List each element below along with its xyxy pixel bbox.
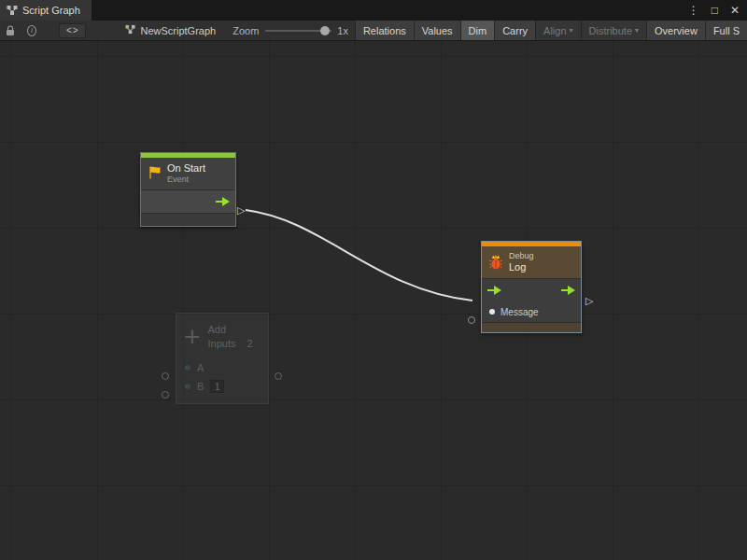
- control-output-port[interactable]: [560, 285, 576, 298]
- toolbar-button-carry[interactable]: Carry: [494, 21, 535, 41]
- graph-toolbar: i <> NewScriptGraph Zoom 1x Relations Va…: [0, 21, 747, 41]
- node-category: Debug: [509, 251, 534, 261]
- tab-label: Script Graph: [22, 5, 80, 16]
- node-title: Log: [509, 261, 534, 273]
- toolbar-button-values[interactable]: Values: [414, 21, 460, 41]
- input-label: A: [197, 362, 204, 373]
- ghost-title-line1: Add: [208, 323, 253, 337]
- ghost-port-circle: [275, 372, 282, 380]
- value-input-port[interactable]: [489, 309, 495, 315]
- chevron-down-icon: ▾: [635, 26, 639, 35]
- zoom-slider-knob[interactable]: [320, 26, 330, 35]
- toolbar-button-row: Relations Values Dim Carry Align▾ Distri…: [355, 21, 747, 41]
- bug-icon: [488, 254, 503, 272]
- toolbar-button-fullscreen[interactable]: Full S: [705, 21, 747, 41]
- graph-name-group[interactable]: NewScriptGraph: [125, 24, 216, 36]
- control-input-port[interactable]: [486, 285, 502, 298]
- value-port-dot: [185, 384, 190, 389]
- plus-icon: +: [184, 324, 201, 350]
- node-footer: [141, 213, 235, 226]
- input-value-field: 1: [210, 380, 224, 393]
- input-row-b: B 1: [176, 377, 268, 396]
- close-icon[interactable]: ✕: [730, 0, 740, 21]
- node-add-inputs-ghost: + Add Inputs2 A B 1: [176, 313, 269, 404]
- code-view-button[interactable]: <>: [59, 23, 86, 38]
- window-menu-icon[interactable]: ⋮: [688, 0, 699, 21]
- wire-start-triangle-icon[interactable]: ▷: [237, 204, 245, 216]
- toolbar-button-overview[interactable]: Overview: [646, 21, 705, 41]
- input-count: 2: [247, 338, 253, 349]
- flag-icon: [148, 165, 162, 182]
- zoom-label: Zoom: [233, 25, 259, 36]
- ghost-port-circle: [162, 391, 169, 399]
- ghost-title-line2: Inputs: [208, 338, 236, 349]
- graph-icon: [7, 5, 18, 16]
- wire-end-triangle-icon[interactable]: ▷: [585, 295, 593, 306]
- graph-canvas[interactable]: On Start Event ▷ ▷: [0, 41, 747, 560]
- toolbar-button-relations[interactable]: Relations: [355, 21, 414, 41]
- control-output-port[interactable]: [215, 196, 231, 209]
- info-icon[interactable]: i: [27, 25, 36, 36]
- ghost-port-circle: [162, 372, 169, 380]
- toolbar-button-dim[interactable]: Dim: [460, 21, 495, 41]
- graph-name-label: NewScriptGraph: [140, 25, 216, 36]
- zoom-slider[interactable]: [265, 24, 331, 37]
- node-on-start[interactable]: On Start Event: [140, 152, 236, 227]
- script-graph-window: Script Graph ⋮ □ ✕ i <> NewScriptGraph Z…: [0, 0, 747, 560]
- chevron-down-icon: ▾: [570, 26, 573, 35]
- maximize-icon[interactable]: □: [712, 0, 718, 21]
- connection-wire: [0, 41, 747, 560]
- input-row-a: A: [176, 358, 268, 377]
- graph-file-icon: [125, 24, 135, 36]
- message-port-circle[interactable]: [468, 316, 475, 324]
- tab-script-graph[interactable]: Script Graph: [0, 0, 92, 21]
- node-debug-log[interactable]: Debug Log Message: [481, 241, 582, 333]
- node-title: On Start: [167, 162, 205, 175]
- node-subtitle: Event: [167, 175, 205, 185]
- input-label: B: [197, 381, 204, 392]
- titlebar: Script Graph ⋮ □ ✕: [0, 0, 747, 21]
- message-input-label: Message: [500, 307, 539, 317]
- node-footer: [482, 322, 581, 332]
- toolbar-button-align: Align▾: [535, 21, 580, 41]
- zoom-value: 1x: [337, 25, 348, 36]
- lock-icon[interactable]: [6, 25, 15, 36]
- toolbar-button-distribute: Distribute▾: [581, 21, 646, 41]
- value-port-dot: [185, 365, 190, 371]
